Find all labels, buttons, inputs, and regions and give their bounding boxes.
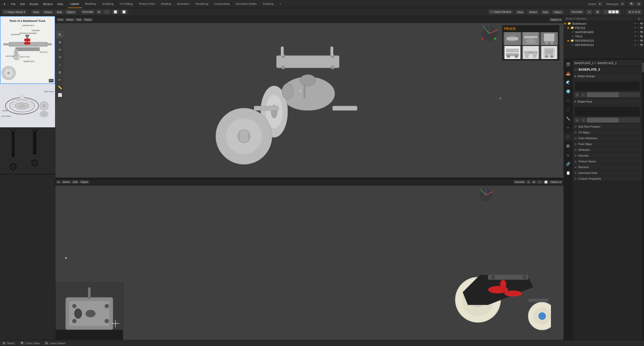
sm-render-icon[interactable]: 📷 [640, 31, 643, 33]
tab-scripting[interactable]: Scripting [260, 0, 276, 8]
collection-skateboard[interactable]: ▶ 📁 Skateboard 👁 ↖ 📷 [564, 21, 644, 26]
toolbar-shading-render[interactable]: ⬜ [120, 10, 128, 14]
ptab-modifiers[interactable]: 🔧 [564, 114, 573, 123]
toolbar-shading-solid[interactable]: ⬛ [103, 10, 111, 14]
tab-shading[interactable]: Shading [158, 0, 174, 8]
toolbar-select2[interactable]: Select [527, 10, 539, 14]
toolbar-transform-btn[interactable]: ⊕ [96, 10, 102, 14]
bvp-xray[interactable]: ⊠ [532, 180, 536, 184]
toolbar-object-btn[interactable]: Object [65, 10, 77, 14]
tool-select[interactable]: ↖ [56, 31, 63, 38]
collection-skateboard-mesh[interactable]: ⬡ SKATEBOARD 👁 ↖ 📷 [564, 30, 644, 34]
tool-scale[interactable]: ⤡ [56, 61, 63, 68]
ptab-object-data[interactable]: ▲ [564, 150, 573, 159]
section-custom-properties[interactable]: ▶ Custom Properties [573, 176, 642, 182]
ptab-render[interactable]: 🎬 [564, 60, 573, 69]
ptab-mesh-data[interactable]: ⬡ [564, 132, 573, 141]
tool-rotate[interactable]: ↺ [56, 54, 63, 61]
tab-uv-editing[interactable]: UV Editing [116, 0, 136, 8]
tool-add-cube[interactable]: ⬜ [56, 91, 63, 98]
outliner-filter-icon[interactable]: ⊞ [638, 17, 640, 20]
sk-add-btn[interactable]: + [575, 118, 580, 123]
render-icon[interactable]: 📷 [640, 22, 643, 25]
vp-object-btn[interactable]: Object [83, 18, 93, 21]
collection-references[interactable]: ▶ 📁 REFERENCES 👁 ↖ 📷 [564, 38, 644, 43]
ref-eye-icon[interactable]: 👁 [634, 39, 636, 42]
ptab-view-layer[interactable]: 🌊 [564, 78, 573, 87]
tab-compositing[interactable]: Compositing [211, 0, 233, 8]
view-layer-select[interactable]: ▾ [620, 2, 625, 6]
tool-cursor[interactable]: ⊕ [56, 39, 63, 46]
vg-add-btn[interactable]: + [575, 92, 580, 97]
menu-edit[interactable]: Edit [18, 2, 27, 7]
toolbar-select-btn[interactable]: Select [42, 10, 54, 14]
tool-measure[interactable]: 📏 [56, 84, 63, 91]
bvp-add-btn[interactable]: Add [72, 180, 79, 184]
ref-image-screw[interactable] [0, 128, 55, 174]
ref-image-bearing-parts[interactable]: Outer Race Balls Shield [0, 84, 55, 128]
toolbar-view-btn[interactable]: View [31, 10, 41, 14]
ptab-object-props[interactable]: 📋 [564, 168, 573, 177]
props-scrollbar-thumb[interactable] [642, 62, 644, 72]
vp-view-btn[interactable]: View [56, 18, 64, 21]
section-uv-maps[interactable]: ▶ UV Maps [573, 130, 642, 135]
ptab-output[interactable]: 📤 [564, 69, 573, 78]
toolbar-add-btn[interactable]: Add [55, 10, 64, 14]
bvp-options[interactable]: Options ▾ [549, 180, 562, 184]
toolbar-normal2[interactable]: Normal▾ [570, 10, 584, 14]
ptab-constraints[interactable]: 🔗 [564, 159, 573, 168]
truc-pointer-icon[interactable]: ↖ [637, 35, 639, 38]
tab-add[interactable]: + [276, 0, 284, 8]
outliner-sort-icon[interactable]: ↕ [641, 17, 642, 20]
vp-options-btn[interactable]: Options ▾ [549, 18, 562, 21]
toolbar-add2[interactable]: Add [541, 10, 550, 14]
section-color-attributes[interactable]: ▶ Color Attributes [573, 135, 642, 141]
toolbar-normal-btn[interactable]: Normal▾ [80, 10, 95, 14]
tool-transform[interactable]: ⊞ [56, 69, 63, 76]
shape-keys-header[interactable]: ▶ Shape Keys [573, 98, 642, 105]
pointer-icon[interactable]: ↖ [637, 22, 639, 25]
section-normals[interactable]: ▶ Normals [573, 153, 642, 159]
section-texture-space[interactable]: ▶ Texture Space [573, 159, 642, 164]
bvp-w-btn[interactable]: w [56, 180, 61, 184]
tab-layout[interactable]: Layout [68, 0, 82, 8]
menu-window[interactable]: Window [41, 2, 55, 7]
tab-rendering[interactable]: Rendering [192, 0, 211, 8]
tab-geometry-nodes[interactable]: Geometry Nodes [233, 0, 260, 8]
bvp-solid[interactable]: ⬛ [537, 180, 542, 184]
top-viewport[interactable]: View Select Add Object Options ▾ ↖ ⊕ ✛ ↺… [55, 16, 564, 178]
blender-icon[interactable]: ● [2, 2, 7, 7]
sm-pointer-icon[interactable]: ↖ [637, 31, 639, 33]
tab-modeling[interactable]: Modeling [82, 0, 99, 8]
props-scrollbar[interactable] [642, 60, 644, 340]
rm-render-icon[interactable]: 📷 [640, 43, 643, 46]
toolbar-object-mode[interactable]: ⬡ Object Mode ▾ [2, 10, 27, 14]
sm-eye-icon[interactable]: 👁 [634, 31, 636, 33]
section-geometry-data[interactable]: ▶ Geometry Data [573, 170, 642, 176]
toolbar-xray2[interactable]: ⊠ [594, 10, 601, 14]
bottom-viewport[interactable]: w Select Add Object Normal▾ ⊙ ⊠ ⬛ ⬜ Opti… [55, 178, 564, 340]
ptab-scene[interactable]: 🌍 [564, 87, 573, 96]
pieces-eye-icon[interactable]: 👁 [634, 26, 636, 29]
pieces-render-icon[interactable]: 📷 [640, 26, 643, 29]
section-remesh[interactable]: ▶ Remesh [573, 164, 642, 170]
menu-file[interactable]: File [9, 2, 18, 7]
section-add-rest-position[interactable]: ▶ Add Rest Position [573, 124, 642, 130]
tab-animation[interactable]: Animation [174, 0, 192, 8]
menu-help[interactable]: Help [55, 2, 65, 7]
pieces-pointer-icon[interactable]: ↖ [637, 26, 639, 29]
rm-pointer-icon[interactable]: ↖ [637, 43, 639, 46]
toolbar-shading-btns[interactable]: ⬛⬜⬜⬜ [603, 10, 621, 14]
toolbar-object-mode-2[interactable]: ⬡ Object Mode▾ [489, 10, 513, 14]
ptab-material[interactable]: ⬤ [564, 141, 573, 150]
collection-pieces[interactable]: ▶ 📁 PIECES 👁 ↖ 📷 [564, 26, 644, 30]
toolbar-view2[interactable]: View [515, 10, 525, 14]
viewport-divider-h[interactable] [55, 178, 564, 179]
tool-move[interactable]: ✛ [56, 46, 63, 53]
toolbar-object2[interactable]: Object [552, 10, 564, 14]
eye-icon[interactable]: 👁 [634, 22, 636, 25]
ptab-object[interactable]: ⬡ [564, 105, 573, 114]
truc-render-icon[interactable]: 📷 [640, 35, 643, 38]
vertex-groups-header[interactable]: ▶ Vertex Groups [573, 73, 642, 79]
bvp-overlay[interactable]: ⊙ [526, 180, 531, 184]
